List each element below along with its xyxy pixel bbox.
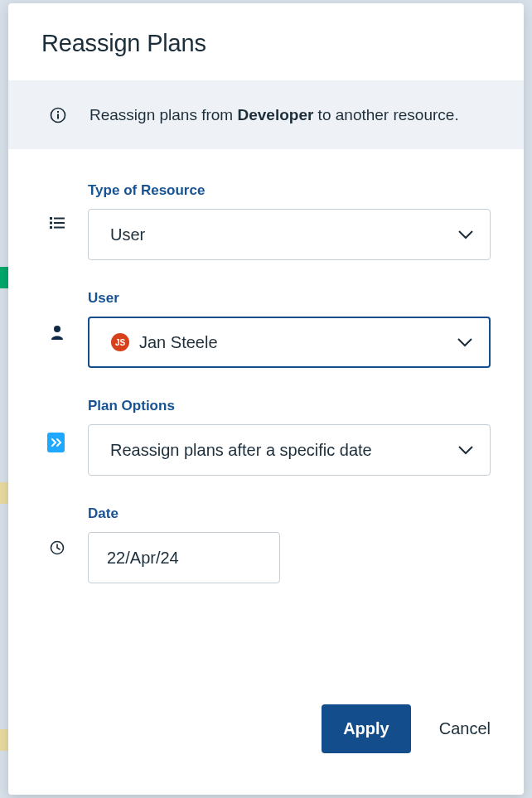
info-text: Reassign plans from Developer to another… <box>89 102 459 128</box>
info-banner: Reassign plans from Developer to another… <box>8 80 524 149</box>
reassign-plans-dialog: Reassign Plans Reassign plans from Devel… <box>8 3 524 795</box>
list-icon <box>50 217 65 229</box>
plan-options-icon <box>50 433 65 452</box>
user-row: User JS Jan Steele <box>50 290 491 368</box>
plan-options-label: Plan Options <box>88 398 491 414</box>
form-body: Type of Resource User User <box>8 149 524 704</box>
user-value: Jan Steele <box>139 333 457 352</box>
user-icon <box>50 325 65 340</box>
plan-options-value: Reassign plans after a specific date <box>110 441 458 460</box>
user-label: User <box>88 290 491 307</box>
svg-rect-5 <box>50 222 52 225</box>
user-avatar: JS <box>111 333 129 351</box>
dialog-title: Reassign Plans <box>41 30 491 57</box>
date-row: Date 22/Apr/24 <box>50 505 491 583</box>
svg-rect-4 <box>54 218 65 220</box>
svg-rect-2 <box>57 111 59 113</box>
chevron-down-icon <box>458 446 473 455</box>
resource-type-select[interactable]: User <box>88 209 491 260</box>
user-select[interactable]: JS Jan Steele <box>88 317 491 368</box>
svg-rect-3 <box>50 217 52 220</box>
chevron-down-icon <box>457 338 472 347</box>
svg-rect-1 <box>57 114 59 118</box>
svg-rect-8 <box>54 227 65 229</box>
info-icon <box>50 107 66 123</box>
clock-icon <box>50 540 65 555</box>
date-input[interactable]: 22/Apr/24 <box>88 532 280 583</box>
svg-point-9 <box>54 326 60 332</box>
date-value: 22/Apr/24 <box>107 549 179 568</box>
dialog-header: Reassign Plans <box>8 3 524 80</box>
plan-options-row: Plan Options Reassign plans after a spec… <box>50 398 491 476</box>
plan-options-select[interactable]: Reassign plans after a specific date <box>88 424 491 476</box>
svg-rect-6 <box>54 222 65 224</box>
info-text-role: Developer <box>237 106 313 123</box>
chevron-down-icon <box>458 230 473 239</box>
cancel-button[interactable]: Cancel <box>439 719 491 738</box>
apply-button[interactable]: Apply <box>322 704 411 753</box>
resource-type-row: Type of Resource User <box>50 182 491 260</box>
resource-type-label: Type of Resource <box>88 182 491 199</box>
resource-type-value: User <box>110 225 458 244</box>
info-text-suffix: to another resource. <box>313 106 458 123</box>
info-text-prefix: Reassign plans from <box>89 106 237 123</box>
date-label: Date <box>88 505 491 522</box>
svg-rect-7 <box>50 226 52 229</box>
dialog-footer: Apply Cancel <box>8 704 524 795</box>
